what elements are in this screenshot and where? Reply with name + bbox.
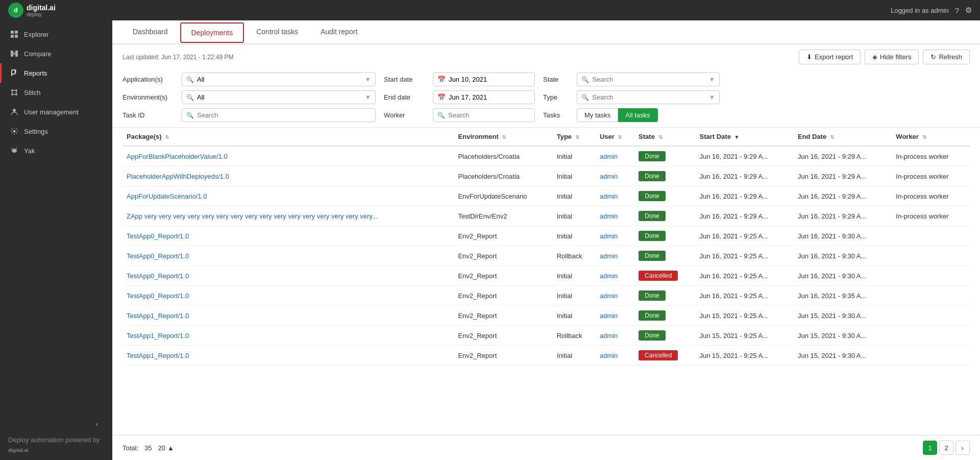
start-date-wrap[interactable]: 📅 Jun 10, 2021 <box>433 72 535 86</box>
worker-input[interactable] <box>448 111 534 119</box>
tab-control-tasks[interactable]: Control tasks <box>246 20 308 44</box>
cell-end-date: Jun 16, 2021 - 9:30 A... <box>794 246 892 266</box>
col-state-label: State <box>639 133 655 140</box>
sidebar-item-user-management[interactable]: User management <box>0 102 112 122</box>
cell-packages: PlaceholderAppWithDeployeds/1.0 <box>122 166 454 186</box>
state-select-wrap[interactable]: 🔍 ▼ <box>577 72 720 86</box>
type-select-wrap[interactable]: 🔍 ▼ <box>577 90 720 104</box>
cell-type: Initial <box>553 306 596 326</box>
table-row: TestApp1_Report/1.0 Env2_Report Initial … <box>122 306 970 326</box>
total-info: Total: 35 20 ▲ <box>122 444 174 452</box>
tab-audit-report[interactable]: Audit report <box>310 20 368 44</box>
refresh-label: Refresh <box>939 53 962 61</box>
worker-input-wrap[interactable]: 🔍 <box>433 108 535 122</box>
logo: d digital.ai deploy <box>8 3 56 18</box>
col-type[interactable]: Type ⇅ <box>553 128 596 146</box>
col-state[interactable]: State ⇅ <box>634 128 695 146</box>
svg-line-20 <box>16 148 17 149</box>
cell-worker: In-process worker <box>892 186 970 206</box>
table-body: AppForBlankPlaceholderValue/1.0 Placehol… <box>122 146 970 366</box>
col-start-date[interactable]: Start Date ▼ <box>696 128 794 146</box>
deployments-table: Package(s) ⇅ Environment ⇅ Type ⇅ User <box>122 128 970 366</box>
total-count: 35 <box>144 444 152 452</box>
sidebar-item-settings[interactable]: Settings <box>0 122 112 141</box>
deployments-table-container: Package(s) ⇅ Environment ⇅ Type ⇅ User <box>112 128 980 435</box>
page-1-button[interactable]: 1 <box>923 441 937 455</box>
top-header: d digital.ai deploy Logged in as admin ?… <box>0 0 980 20</box>
main-layout: Explorer Compare Reports <box>0 20 980 460</box>
applications-select-wrap[interactable]: 🔍 ▼ <box>182 72 376 86</box>
sidebar-item-compare[interactable]: Compare <box>0 44 112 63</box>
cell-environment: Placeholders/Croatia <box>454 146 552 166</box>
cell-end-date: Jun 15, 2021 - 9:30 A... <box>794 306 892 326</box>
sidebar-bottom: ‹ Deploy automation powered by digital.a… <box>0 410 112 460</box>
task-id-input[interactable] <box>197 111 371 119</box>
cell-end-date: Jun 15, 2021 - 9:30 A... <box>794 346 892 366</box>
flag-icon <box>10 68 19 78</box>
task-id-label: Task ID <box>122 111 174 119</box>
sidebar-item-stitch[interactable]: Stitch <box>0 83 112 102</box>
cell-packages: AppForBlankPlaceholderValue/1.0 <box>122 146 454 166</box>
sidebar-collapse-button[interactable]: ‹ <box>8 416 104 432</box>
sidebar-item-reports[interactable]: Reports <box>0 63 112 83</box>
col-worker[interactable]: Worker ⇅ <box>892 128 970 146</box>
header-right: Logged in as admin ? ⚙ <box>891 6 972 15</box>
col-end-date[interactable]: End Date ⇅ <box>794 128 892 146</box>
cell-packages: TestApp0_Report/1.0 <box>122 266 454 286</box>
cell-environment: TestDirEnv/Env2 <box>454 206 552 226</box>
page-2-button[interactable]: 2 <box>939 441 953 455</box>
cell-start-date: Jun 15, 2021 - 9:25 A... <box>696 346 794 366</box>
sidebar-item-explorer[interactable]: Explorer <box>0 25 112 44</box>
end-date-wrap[interactable]: 📅 Jun 17, 2021 <box>433 90 535 104</box>
search-icon4: 🔍 <box>581 94 589 101</box>
table-row: TestApp1_Report/1.0 Env2_Report Rollback… <box>122 326 970 346</box>
cell-environment: Env2_Report <box>454 286 552 306</box>
settings-icon[interactable]: ⚙ <box>965 6 972 15</box>
cell-start-date: Jun 16, 2021 - 9:29 A... <box>696 166 794 186</box>
sort-icon: ⇅ <box>618 134 622 140</box>
total-label: Total: <box>122 444 138 452</box>
task-id-wrap[interactable]: 🔍 <box>182 108 376 122</box>
cell-state: Cancelled <box>634 266 695 286</box>
tab-deployments[interactable]: Deployments <box>180 22 244 43</box>
help-icon[interactable]: ? <box>955 6 959 15</box>
tab-dashboard[interactable]: Dashboard <box>122 20 178 44</box>
worker-label: Worker <box>384 111 425 119</box>
table-row: TestApp0_Report/1.0 Env2_Report Rollback… <box>122 246 970 266</box>
end-date-label: End date <box>384 93 425 101</box>
environments-select-wrap[interactable]: 🔍 ▼ <box>182 90 376 104</box>
my-tasks-button[interactable]: My tasks <box>577 108 618 122</box>
environments-input[interactable] <box>197 93 364 101</box>
logo-icon: d <box>8 3 23 18</box>
state-input[interactable] <box>592 76 708 83</box>
refresh-button[interactable]: ↻ Refresh <box>923 50 970 64</box>
type-input[interactable] <box>592 93 708 101</box>
filter-icon: ◈ <box>872 53 877 61</box>
export-report-button[interactable]: ⬇ Export report <box>799 50 861 64</box>
cell-type: Initial <box>553 206 596 226</box>
cell-packages: TestApp1_Report/1.0 <box>122 346 454 366</box>
hide-filters-button[interactable]: ◈ Hide filters <box>865 50 919 64</box>
table-row: TestApp1_Report/1.0 Env2_Report Initial … <box>122 346 970 366</box>
col-environment[interactable]: Environment ⇅ <box>454 128 552 146</box>
footer-text: Deploy automation powered by <box>8 436 104 444</box>
per-page-selector[interactable]: 20 ▲ <box>158 444 174 452</box>
logo-title: digital.ai <box>27 4 56 12</box>
col-user[interactable]: User ⇅ <box>596 128 634 146</box>
stitch-icon <box>10 88 19 97</box>
cell-end-date: Jun 16, 2021 - 9:29 A... <box>794 146 892 166</box>
search-icon2: 🔍 <box>581 76 589 83</box>
cell-environment: Env2_Report <box>454 246 552 266</box>
col-packages[interactable]: Package(s) ⇅ <box>122 128 454 146</box>
cell-start-date: Jun 15, 2021 - 9:25 A... <box>696 306 794 326</box>
cell-environment: Env2_Report <box>454 326 552 346</box>
all-tasks-button[interactable]: All tasks <box>618 108 657 122</box>
grid-icon <box>10 30 19 39</box>
next-page-button[interactable]: › <box>955 441 970 455</box>
svg-point-11 <box>15 93 17 95</box>
cell-state: Done <box>634 246 695 266</box>
cell-user: admin <box>596 166 634 186</box>
applications-input[interactable] <box>197 76 364 83</box>
col-user-label: User <box>600 133 615 140</box>
sidebar-item-yak[interactable]: Yak <box>0 141 112 160</box>
